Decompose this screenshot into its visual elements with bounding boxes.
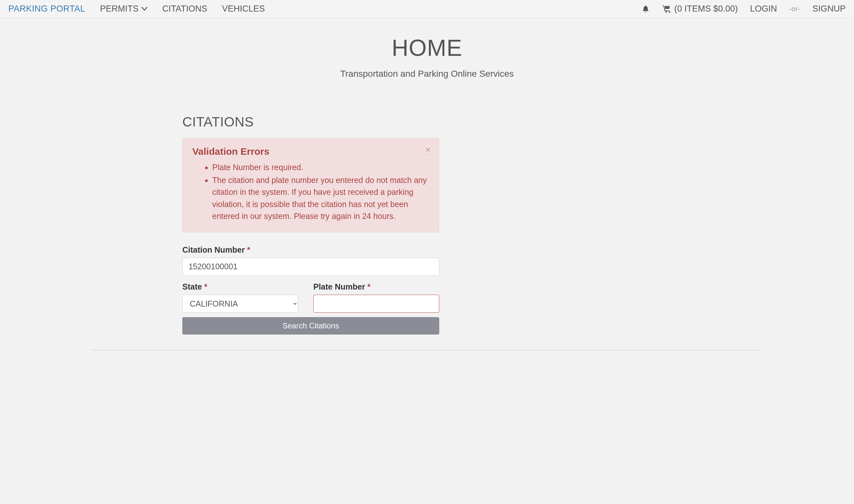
required-mark: * [367, 282, 370, 291]
state-plate-row: State * CALIFORNIA Plate Number * [182, 282, 439, 313]
plate-number-group: Plate Number * [313, 282, 439, 313]
citations-section: CITATIONS × Validation Errors Plate Numb… [182, 114, 439, 335]
plate-number-label: Plate Number * [313, 282, 439, 291]
top-navbar: PARKING PORTAL PERMITS CITATIONS VEHICLE… [0, 0, 854, 18]
alert-error-item: Plate Number is required. [212, 161, 429, 174]
page-header: HOME Transportation and Parking Online S… [154, 35, 700, 79]
alert-title: Validation Errors [192, 146, 429, 157]
navbar-left: PARKING PORTAL PERMITS CITATIONS VEHICLE… [8, 4, 265, 14]
bell-icon[interactable] [641, 4, 650, 14]
citation-number-group: Citation Number * [182, 245, 439, 276]
alert-error-list: Plate Number is required. The citation a… [192, 161, 429, 222]
nav-citations[interactable]: CITATIONS [162, 4, 207, 14]
nav-permits[interactable]: PERMITS [100, 4, 148, 14]
navbar-right: (0 ITEMS $0.00) LOGIN -or- SIGNUP [641, 4, 846, 14]
citation-number-input[interactable] [182, 258, 439, 276]
state-label: State * [182, 282, 298, 291]
or-text: -or- [789, 5, 800, 13]
cart-link[interactable]: (0 ITEMS $0.00) [662, 4, 738, 14]
brand-link[interactable]: PARKING PORTAL [8, 4, 86, 14]
nav-vehicles[interactable]: VEHICLES [222, 4, 265, 14]
search-citations-button[interactable]: Search Citations [182, 317, 439, 335]
login-link[interactable]: LOGIN [750, 4, 777, 14]
main-container: HOME Transportation and Parking Online S… [141, 18, 713, 335]
cart-icon [662, 4, 671, 14]
alert-error-item: The citation and plate number you entere… [212, 174, 429, 222]
chevron-down-icon [141, 7, 148, 11]
required-mark: * [247, 245, 250, 254]
page-subtitle: Transportation and Parking Online Servic… [154, 69, 700, 79]
nav-permits-label: PERMITS [100, 4, 139, 14]
divider [91, 350, 763, 350]
required-mark: * [204, 282, 207, 291]
state-group: State * CALIFORNIA [182, 282, 298, 313]
close-icon[interactable]: × [425, 145, 431, 155]
plate-number-input[interactable] [313, 295, 439, 313]
citations-heading: CITATIONS [182, 114, 439, 130]
cart-text: (0 ITEMS $0.00) [674, 4, 738, 14]
state-label-text: State [182, 282, 202, 291]
citation-number-label: Citation Number * [182, 245, 439, 255]
state-select[interactable]: CALIFORNIA [182, 295, 298, 313]
validation-alert: × Validation Errors Plate Number is requ… [182, 138, 439, 232]
signup-link[interactable]: SIGNUP [812, 4, 846, 14]
plate-number-label-text: Plate Number [313, 282, 365, 291]
citation-number-label-text: Citation Number [182, 245, 244, 254]
page-title: HOME [154, 35, 700, 61]
